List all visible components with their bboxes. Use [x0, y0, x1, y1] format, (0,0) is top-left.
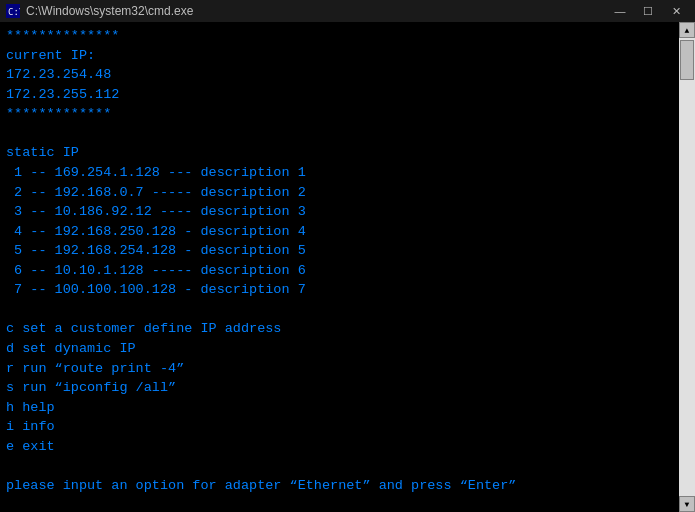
minimize-button[interactable]: —	[607, 3, 633, 19]
titlebar: C:\ C:\Windows\system32\cmd.exe — ☐ ✕	[0, 0, 695, 22]
scrollbar-thumb[interactable]	[680, 40, 694, 80]
scrollbar-track[interactable]	[679, 38, 695, 496]
terminal-content: ************** current IP: 172.23.254.48…	[0, 22, 695, 512]
titlebar-controls: — ☐ ✕	[607, 3, 689, 19]
window-title: C:\Windows\system32\cmd.exe	[26, 4, 193, 18]
scroll-down-button[interactable]: ▼	[679, 496, 695, 512]
scroll-up-button[interactable]: ▲	[679, 22, 695, 38]
svg-text:C:\: C:\	[8, 7, 20, 17]
cmd-icon: C:\	[6, 4, 20, 18]
close-button[interactable]: ✕	[663, 3, 689, 19]
titlebar-left: C:\ C:\Windows\system32\cmd.exe	[6, 4, 193, 18]
cmd-window: C:\ C:\Windows\system32\cmd.exe — ☐ ✕ **…	[0, 0, 695, 512]
scrollbar[interactable]: ▲ ▼	[679, 22, 695, 512]
terminal-output[interactable]: ************** current IP: 172.23.254.48…	[0, 22, 679, 512]
maximize-button[interactable]: ☐	[635, 3, 661, 19]
